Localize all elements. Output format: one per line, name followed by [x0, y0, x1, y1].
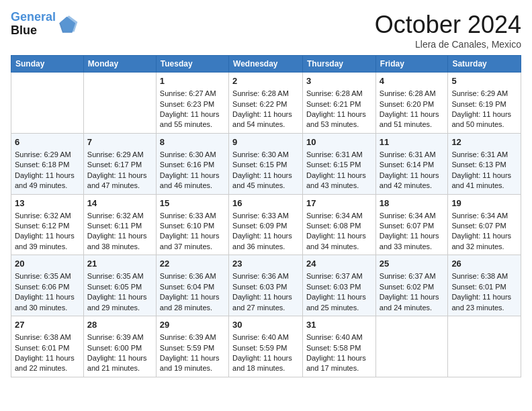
day-info: Daylight: 11 hours and 37 minutes.: [160, 231, 225, 252]
day-info: Sunrise: 6:29 AM: [15, 150, 80, 160]
day-info: Sunset: 6:03 PM: [306, 282, 372, 292]
day-info: Sunset: 6:14 PM: [380, 160, 445, 170]
calendar-cell: [375, 316, 448, 377]
calendar-week-row: 27Sunrise: 6:38 AMSunset: 6:01 PMDayligh…: [11, 316, 521, 377]
day-info: Sunrise: 6:30 AM: [160, 150, 225, 160]
weekday-header: Sunday: [11, 56, 84, 73]
calendar-cell: 9Sunrise: 6:30 AMSunset: 6:15 PMDaylight…: [229, 133, 303, 194]
day-info: Sunrise: 6:27 AM: [160, 89, 225, 99]
day-info: Sunrise: 6:28 AM: [380, 89, 445, 99]
day-info: Sunrise: 6:36 AM: [232, 271, 299, 281]
calendar-cell: 5Sunrise: 6:29 AMSunset: 6:19 PMDaylight…: [448, 73, 521, 134]
day-info: Sunrise: 6:32 AM: [87, 211, 152, 221]
day-info: Daylight: 11 hours and 30 minutes.: [15, 292, 80, 313]
day-info: Sunset: 6:01 PM: [451, 282, 517, 292]
day-number: 15: [160, 197, 225, 210]
title-block: October 2024 Llera de Canales, Mexico: [375, 11, 521, 50]
day-info: Sunrise: 6:34 AM: [306, 211, 372, 221]
day-info: Sunrise: 6:35 AM: [15, 271, 80, 281]
day-number: 3: [306, 75, 372, 87]
day-number: 23: [232, 258, 299, 270]
day-number: 13: [15, 197, 80, 210]
day-info: Sunset: 6:01 PM: [15, 343, 80, 353]
day-info: Daylight: 11 hours and 21 minutes.: [87, 353, 152, 374]
day-info: Daylight: 11 hours and 51 minutes.: [380, 109, 445, 130]
calendar-cell: 15Sunrise: 6:33 AMSunset: 6:10 PMDayligh…: [156, 194, 228, 255]
weekday-header: Tuesday: [156, 56, 228, 73]
calendar-cell: [11, 73, 84, 134]
calendar-cell: 16Sunrise: 6:33 AMSunset: 6:09 PMDayligh…: [229, 194, 303, 255]
day-info: Sunrise: 6:29 AM: [451, 89, 517, 99]
calendar-cell: 30Sunrise: 6:40 AMSunset: 5:59 PMDayligh…: [229, 316, 303, 377]
day-info: Daylight: 11 hours and 49 minutes.: [15, 171, 80, 191]
day-info: Daylight: 11 hours and 55 minutes.: [160, 109, 225, 130]
day-info: Sunrise: 6:35 AM: [87, 271, 152, 281]
day-info: Sunrise: 6:33 AM: [232, 211, 299, 221]
day-info: Sunset: 5:59 PM: [160, 343, 225, 353]
calendar-cell: 2Sunrise: 6:28 AMSunset: 6:22 PMDaylight…: [229, 73, 303, 134]
calendar-table: SundayMondayTuesdayWednesdayThursdayFrid…: [11, 55, 521, 377]
day-info: Sunrise: 6:34 AM: [380, 211, 445, 221]
day-info: Sunrise: 6:37 AM: [306, 271, 372, 281]
calendar-cell: 11Sunrise: 6:31 AMSunset: 6:14 PMDayligh…: [375, 133, 448, 194]
day-info: Daylight: 11 hours and 36 minutes.: [232, 231, 299, 252]
day-info: Daylight: 11 hours and 53 minutes.: [306, 109, 372, 130]
day-number: 5: [451, 75, 517, 87]
day-info: Sunset: 6:17 PM: [87, 160, 152, 170]
day-info: Sunset: 6:05 PM: [87, 282, 152, 292]
day-info: Daylight: 11 hours and 43 minutes.: [306, 171, 372, 191]
day-info: Sunset: 6:04 PM: [160, 282, 225, 292]
day-number: 21: [87, 258, 152, 270]
calendar-cell: 27Sunrise: 6:38 AMSunset: 6:01 PMDayligh…: [11, 316, 84, 377]
day-number: 10: [306, 136, 372, 148]
day-info: Sunset: 6:08 PM: [306, 221, 372, 231]
day-number: 14: [87, 197, 152, 210]
day-info: Sunrise: 6:37 AM: [380, 271, 445, 281]
day-info: Sunset: 6:15 PM: [306, 160, 372, 170]
day-info: Daylight: 11 hours and 18 minutes.: [232, 353, 299, 374]
calendar-cell: 7Sunrise: 6:29 AMSunset: 6:17 PMDaylight…: [83, 133, 156, 194]
day-number: 30: [232, 319, 299, 331]
day-number: 12: [451, 136, 517, 148]
day-info: Daylight: 11 hours and 42 minutes.: [380, 171, 445, 191]
calendar-cell: 10Sunrise: 6:31 AMSunset: 6:15 PMDayligh…: [303, 133, 376, 194]
day-number: 11: [380, 136, 445, 148]
day-info: Daylight: 11 hours and 46 minutes.: [160, 171, 225, 191]
day-info: Sunset: 6:09 PM: [232, 221, 299, 231]
day-info: Sunset: 5:58 PM: [306, 343, 372, 353]
day-info: Daylight: 11 hours and 50 minutes.: [451, 109, 517, 130]
day-info: Sunrise: 6:34 AM: [451, 211, 517, 221]
calendar-week-row: 20Sunrise: 6:35 AMSunset: 6:06 PMDayligh…: [11, 255, 521, 316]
weekday-header: Friday: [375, 56, 448, 73]
day-info: Sunset: 6:23 PM: [160, 99, 225, 109]
day-info: Sunrise: 6:36 AM: [160, 271, 225, 281]
day-number: 19: [451, 197, 517, 210]
day-number: 17: [306, 197, 372, 210]
day-info: Daylight: 11 hours and 45 minutes.: [232, 171, 299, 191]
day-info: Daylight: 11 hours and 32 minutes.: [451, 231, 517, 252]
day-info: Daylight: 11 hours and 17 minutes.: [306, 353, 372, 374]
day-info: Daylight: 11 hours and 38 minutes.: [87, 231, 152, 252]
day-number: 6: [15, 136, 80, 148]
day-info: Sunset: 6:19 PM: [451, 99, 517, 109]
day-number: 2: [232, 75, 299, 87]
day-number: 26: [451, 258, 517, 270]
day-info: Daylight: 11 hours and 54 minutes.: [232, 109, 299, 130]
day-info: Daylight: 11 hours and 23 minutes.: [451, 292, 517, 313]
calendar-cell: 23Sunrise: 6:36 AMSunset: 6:03 PMDayligh…: [229, 255, 303, 316]
calendar-cell: 18Sunrise: 6:34 AMSunset: 6:07 PMDayligh…: [375, 194, 448, 255]
day-number: 16: [232, 197, 299, 210]
day-info: Daylight: 11 hours and 25 minutes.: [306, 292, 372, 313]
weekday-header: Saturday: [448, 56, 521, 73]
day-number: 25: [380, 258, 445, 270]
day-info: Sunrise: 6:32 AM: [15, 211, 80, 221]
day-info: Sunset: 6:02 PM: [380, 282, 445, 292]
day-number: 22: [160, 258, 225, 270]
day-info: Sunrise: 6:31 AM: [380, 150, 445, 160]
day-number: 20: [15, 258, 80, 270]
day-info: Sunrise: 6:28 AM: [306, 89, 372, 99]
day-info: Daylight: 11 hours and 41 minutes.: [451, 171, 517, 191]
day-info: Daylight: 11 hours and 19 minutes.: [160, 353, 225, 374]
day-info: Sunrise: 6:28 AM: [232, 89, 299, 99]
calendar-cell: 14Sunrise: 6:32 AMSunset: 6:11 PMDayligh…: [83, 194, 156, 255]
